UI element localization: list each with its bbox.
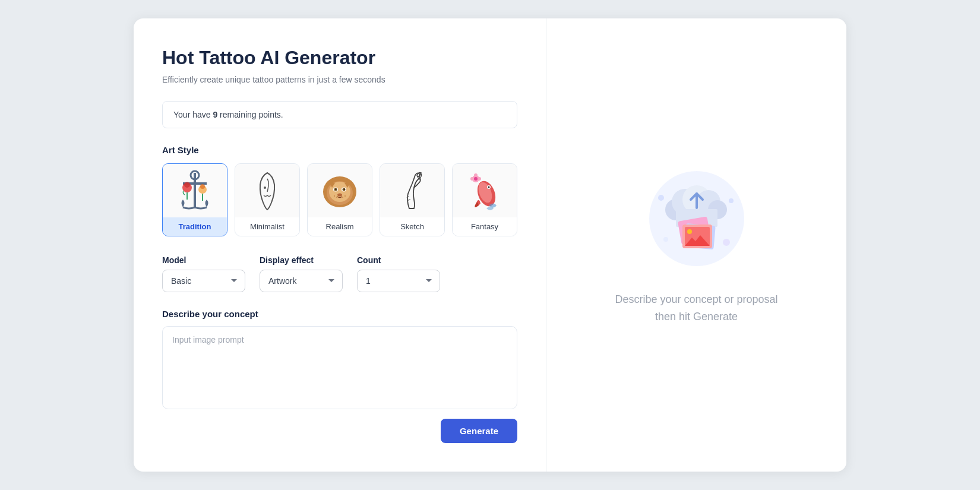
svg-point-47 [723, 239, 730, 246]
svg-point-48 [663, 237, 668, 242]
svg-point-31 [478, 177, 481, 181]
minimalist-icon [246, 167, 288, 214]
svg-point-23 [342, 197, 343, 198]
display-effect-selector-group: Display effect Artwork Photo Sketch [260, 255, 343, 292]
style-label-tradition: Tradition [163, 217, 227, 236]
style-card-sketch[interactable]: Sketch [380, 163, 445, 236]
svg-point-17 [336, 189, 337, 190]
svg-point-21 [336, 197, 337, 198]
svg-point-45 [658, 195, 664, 201]
app-subtitle: Efficiently create unique tattoo pattern… [162, 75, 517, 84]
style-label-minimalist: Minimalist [235, 217, 299, 236]
display-effect-select[interactable]: Artwork Photo Sketch [260, 270, 343, 292]
points-suffix: remaining points. [217, 110, 283, 119]
svg-point-30 [474, 173, 478, 177]
points-banner: Your have 9 remaining points. [162, 101, 517, 128]
svg-point-32 [470, 177, 474, 181]
style-card-realism[interactable]: Realism [307, 163, 372, 236]
svg-point-9 [264, 186, 266, 189]
svg-point-4 [184, 182, 190, 188]
svg-point-46 [729, 198, 734, 203]
style-label-realism: Realism [308, 217, 372, 236]
tradition-icon [174, 167, 216, 214]
model-label: Model [162, 255, 245, 265]
style-image-realism [308, 164, 372, 217]
svg-point-18 [344, 189, 345, 190]
model-selector-group: Model Basic Advanced Pro [162, 255, 245, 292]
svg-point-29 [474, 177, 478, 181]
display-effect-label: Display effect [260, 255, 343, 265]
style-label-fantasy: Fantasy [453, 217, 517, 236]
svg-point-44 [687, 229, 692, 234]
realism-icon [319, 167, 361, 214]
sketch-icon [391, 167, 433, 214]
count-selector-group: Count 1 2 3 4 [357, 255, 440, 292]
concept-section: Describe your concept Generate [162, 309, 517, 443]
svg-point-20 [334, 195, 335, 197]
svg-point-19 [337, 194, 342, 197]
generate-button[interactable]: Generate [441, 419, 517, 443]
art-style-label: Art Style [162, 145, 517, 155]
points-prefix: Your have [173, 110, 213, 119]
style-image-sketch [380, 164, 444, 217]
right-panel: Describe your concept or proposalthen hi… [546, 18, 846, 472]
concept-label: Describe your concept [162, 309, 517, 319]
style-label-sketch: Sketch [380, 217, 444, 236]
generate-row: Generate [162, 419, 517, 443]
selectors-row: Model Basic Advanced Pro Display effect … [162, 255, 517, 292]
concept-textarea[interactable] [162, 326, 517, 409]
model-select[interactable]: Basic Advanced Pro [162, 270, 245, 292]
style-image-fantasy [453, 164, 517, 217]
style-image-tradition [163, 164, 227, 217]
svg-point-22 [344, 195, 346, 197]
fantasy-icon [464, 167, 505, 214]
count-label: Count [357, 255, 440, 265]
style-card-tradition[interactable]: Tradition [162, 163, 227, 236]
style-image-minimalist [235, 164, 299, 217]
count-select[interactable]: 1 2 3 4 [357, 270, 440, 292]
main-card: Hot Tattoo AI Generator Efficiently crea… [134, 18, 846, 472]
svg-point-27 [488, 186, 490, 188]
style-card-minimalist[interactable]: Minimalist [235, 163, 300, 236]
preview-svg [643, 165, 750, 272]
app-title: Hot Tattoo AI Generator [162, 47, 517, 69]
preview-empty-text: Describe your concept or proposalthen hi… [615, 291, 777, 325]
style-card-fantasy[interactable]: Fantasy [452, 163, 517, 236]
svg-point-7 [200, 184, 205, 189]
preview-illustration [643, 165, 750, 272]
left-panel: Hot Tattoo AI Generator Efficiently crea… [134, 18, 546, 472]
art-style-grid: Tradition Minimalist [162, 163, 517, 236]
